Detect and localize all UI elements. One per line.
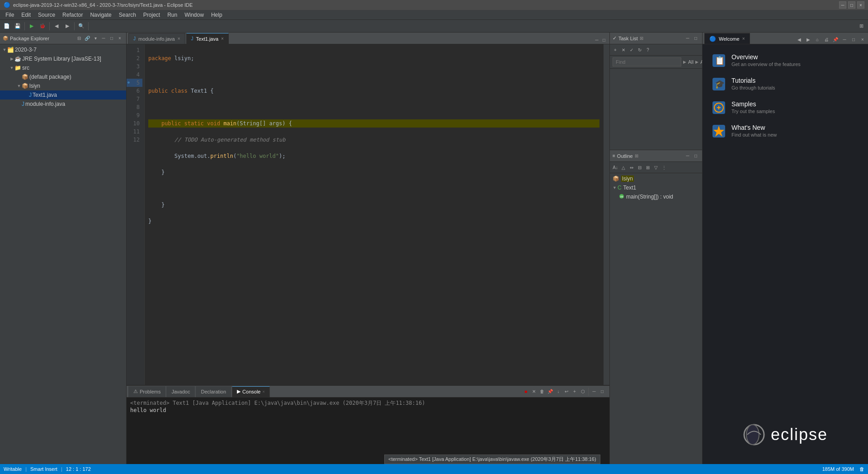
task-complete-btn[interactable]: ✓ xyxy=(628,46,635,53)
toolbar-run[interactable]: ▶ xyxy=(27,21,37,31)
outline-hide-btn[interactable]: △ xyxy=(620,164,627,171)
console-word-wrap-btn[interactable]: ↩ xyxy=(563,388,570,395)
welcome-whatsnew-item[interactable]: What's New Find out what is new xyxy=(712,124,859,138)
package-explorer-icon: 📦 xyxy=(3,36,8,41)
editor-max-icon[interactable]: □ xyxy=(600,37,608,44)
welcome-min-icon[interactable]: ─ xyxy=(841,36,848,43)
outline-sort-btn[interactable]: A↓ xyxy=(612,164,619,171)
editor-min-icon[interactable]: ─ xyxy=(593,37,600,44)
project-label: 2020-3-7 xyxy=(15,47,37,53)
menu-window[interactable]: Window xyxy=(181,11,208,19)
menu-run[interactable]: Run xyxy=(164,11,181,19)
outline-lsiyn[interactable]: 📦 lsiyn xyxy=(610,174,702,183)
tab-text1-close[interactable]: × xyxy=(221,36,224,41)
welcome-forward-btn[interactable]: ▶ xyxy=(805,36,812,43)
menu-project[interactable]: Project xyxy=(140,11,164,19)
console-open-btn[interactable]: ⬡ xyxy=(579,388,586,395)
code-editor[interactable]: package lsiyn; public class Text1 { publ… xyxy=(145,44,603,385)
tree-text1-java[interactable]: ▶ J Text1.java xyxy=(0,90,126,100)
outline-main[interactable]: m main(String[]) : void xyxy=(610,192,702,201)
status-gc-icon[interactable]: 🗑 xyxy=(859,466,864,472)
task-min-icon[interactable]: ─ xyxy=(684,35,691,42)
outline-link-btn[interactable]: ⇔ xyxy=(628,164,635,171)
menu-edit[interactable]: Edit xyxy=(18,11,34,19)
outline-filter-btn[interactable]: ▽ xyxy=(652,164,660,171)
welcome-pin-btn[interactable]: 📌 xyxy=(832,36,839,43)
tab-console[interactable]: ▶ Console × xyxy=(232,386,270,397)
toolbar-search[interactable]: 🔍 xyxy=(76,21,86,31)
maximize-button[interactable]: □ xyxy=(848,1,855,9)
menu-refactor[interactable]: Refactor xyxy=(59,11,86,19)
console-scroll-btn[interactable]: ↓ xyxy=(555,388,562,395)
minimize-button[interactable]: ─ xyxy=(839,1,846,9)
status-memory: 185M of 390M xyxy=(822,466,854,472)
console-min-btn[interactable]: ─ xyxy=(590,388,598,395)
welcome-tutorials-item[interactable]: 🎓 Tutorials Go through tutorials xyxy=(712,77,859,91)
pkg-menu-icon[interactable]: ▾ xyxy=(92,35,99,42)
outline-collapse-btn[interactable]: ⊟ xyxy=(636,164,643,171)
toolbar-perspective[interactable]: ⊞ xyxy=(856,21,866,31)
tree-src[interactable]: ▼ 📁 src xyxy=(0,63,126,72)
task-list-decoration: ⊠ xyxy=(640,36,643,41)
task-new-btn[interactable]: + xyxy=(612,46,619,53)
tree-default-package[interactable]: ▶ 📦 (default package) xyxy=(0,72,126,81)
toolbar-debug[interactable]: 🐞 xyxy=(38,21,47,31)
outline-text1[interactable]: ▼ C Text1 xyxy=(610,183,702,192)
console-content[interactable]: <terminated> Text1 [Java Application] E:… xyxy=(127,398,609,464)
welcome-close-icon[interactable]: × xyxy=(859,36,866,43)
outline-expand-btn[interactable]: ⊞ xyxy=(644,164,651,171)
console-remove-btn[interactable]: ✕ xyxy=(530,388,538,395)
task-help-btn[interactable]: ? xyxy=(644,46,651,53)
outline-max-icon[interactable]: □ xyxy=(692,152,699,160)
outline-header: ≡ Outline ⊠ ─ □ xyxy=(610,150,702,162)
menu-navigate[interactable]: Navigate xyxy=(86,11,115,19)
package-explorer-panel: 📦 Package Explorer ⊟ 🔗 ▾ ─ □ × ▼ 🗂️ 20 xyxy=(0,33,127,464)
welcome-print-btn[interactable]: 🖨 xyxy=(823,36,830,43)
tree-module-info[interactable]: ▶ J module-info.java xyxy=(0,100,126,109)
menu-search[interactable]: Search xyxy=(115,11,140,19)
welcome-overview-item[interactable]: 📋 Overview Get an overview of the featur… xyxy=(712,53,859,68)
tab-problems[interactable]: ⚠ Problems xyxy=(128,386,165,397)
task-find-input[interactable] xyxy=(613,57,681,66)
welcome-home-btn[interactable]: ⌂ xyxy=(814,36,821,43)
menu-help[interactable]: Help xyxy=(208,11,226,19)
toolbar-back[interactable]: ◀ xyxy=(52,21,61,31)
menu-file[interactable]: File xyxy=(2,11,18,19)
task-all-label[interactable]: All xyxy=(688,59,693,65)
welcome-back-btn[interactable]: ◀ xyxy=(796,36,803,43)
toolbar-new[interactable]: 📄 xyxy=(2,21,12,31)
tab-welcome[interactable]: 🔵 Welcome × xyxy=(704,33,750,44)
console-pin-btn[interactable]: 📌 xyxy=(547,388,554,395)
pkg-collapse-icon[interactable]: ⊟ xyxy=(75,35,83,42)
pkg-close-icon[interactable]: × xyxy=(116,35,123,42)
console-terminate-btn[interactable]: ■ xyxy=(522,388,529,395)
console-max-btn[interactable]: □ xyxy=(599,388,606,395)
tab-module-info-close[interactable]: × xyxy=(178,36,180,41)
outline-min-icon[interactable]: ─ xyxy=(684,152,691,160)
close-button[interactable]: × xyxy=(857,1,864,9)
task-delete-btn[interactable]: ✕ xyxy=(620,46,627,53)
editor-scrollbar[interactable] xyxy=(603,44,609,385)
toolbar-save[interactable]: 💾 xyxy=(13,21,23,31)
tree-jre[interactable]: ▶ ☕ JRE System Library [JavaSE-13] xyxy=(0,54,126,63)
tab-text1[interactable]: J Text1.java × xyxy=(186,33,229,44)
pkg-min-icon[interactable]: ─ xyxy=(100,35,107,42)
menu-source[interactable]: Source xyxy=(34,11,59,19)
tab-javadoc[interactable]: Javadoc xyxy=(166,386,195,397)
toolbar-forward[interactable]: ▶ xyxy=(62,21,72,31)
outline-text1-icon: C xyxy=(618,185,622,191)
outline-menu-btn[interactable]: ⋮ xyxy=(660,164,668,171)
pkg-max-icon[interactable]: □ xyxy=(108,35,115,42)
console-new-btn[interactable]: + xyxy=(571,388,578,395)
welcome-tab-close[interactable]: × xyxy=(742,36,745,41)
task-refresh-btn[interactable]: ↻ xyxy=(636,46,643,53)
tab-declaration[interactable]: Declaration xyxy=(196,386,231,397)
welcome-max-icon[interactable]: □ xyxy=(850,36,857,43)
task-max-icon[interactable]: □ xyxy=(692,35,699,42)
tab-module-info[interactable]: J module-info.java × xyxy=(128,33,185,44)
welcome-samples-item[interactable]: Samples Try out the samples xyxy=(712,100,859,115)
tree-project[interactable]: ▼ 🗂️ 2020-3-7 xyxy=(0,45,126,54)
pkg-link-icon[interactable]: 🔗 xyxy=(84,35,91,42)
console-clear-btn[interactable]: 🗑 xyxy=(538,388,546,395)
tree-lsiyn[interactable]: ▼ 📦 lsiyn xyxy=(0,81,126,90)
